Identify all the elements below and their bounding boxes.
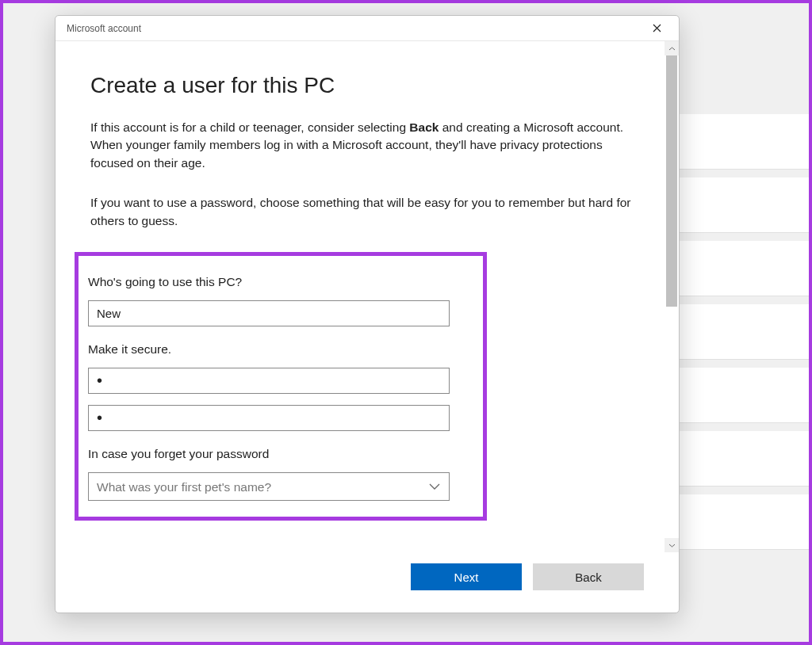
info-text-pre: If this account is for a child or teenag… xyxy=(90,120,409,134)
scroll-down-button[interactable] xyxy=(665,538,679,552)
scroll-thumb[interactable] xyxy=(666,55,677,307)
info-paragraph-2: If you want to use a password, choose so… xyxy=(90,194,645,230)
security-question-wrap: What was your first pet's name? xyxy=(88,472,450,501)
password-input[interactable] xyxy=(88,368,450,394)
form-highlight-box: Who's going to use this PC? Make it secu… xyxy=(75,252,487,521)
account-dialog: Microsoft account Create a user for this… xyxy=(55,15,680,613)
titlebar: Microsoft account xyxy=(56,16,679,41)
password-fields xyxy=(88,368,469,447)
username-label: Who's going to use this PC? xyxy=(88,275,469,289)
content-scroll: Create a user for this PC If this accoun… xyxy=(56,41,665,552)
close-button[interactable] xyxy=(645,17,668,40)
username-input[interactable] xyxy=(88,300,450,326)
page-background: Microsoft account Create a user for this… xyxy=(0,0,812,645)
window-title: Microsoft account xyxy=(67,23,141,34)
scroll-up-button[interactable] xyxy=(665,41,679,55)
info-paragraph-1: If this account is for a child or teenag… xyxy=(90,119,645,172)
password-confirm-input[interactable] xyxy=(88,405,450,431)
security-question-select[interactable]: What was your first pet's name? xyxy=(88,472,450,501)
chevron-up-icon xyxy=(668,47,676,51)
info-text-bold: Back xyxy=(409,120,439,134)
chevron-down-icon xyxy=(668,544,676,548)
next-button[interactable]: Next xyxy=(411,563,522,590)
close-icon xyxy=(653,24,661,32)
password-section-label: Make it secure. xyxy=(88,342,469,357)
page-heading: Create a user for this PC xyxy=(90,73,645,98)
button-row: Next Back xyxy=(56,552,679,613)
security-question-label: In case you forget your password xyxy=(88,447,469,461)
vertical-scrollbar[interactable] xyxy=(665,41,679,552)
scroll-track[interactable] xyxy=(665,55,679,538)
content-area: Create a user for this PC If this accoun… xyxy=(56,41,679,552)
back-button[interactable]: Back xyxy=(533,563,644,590)
